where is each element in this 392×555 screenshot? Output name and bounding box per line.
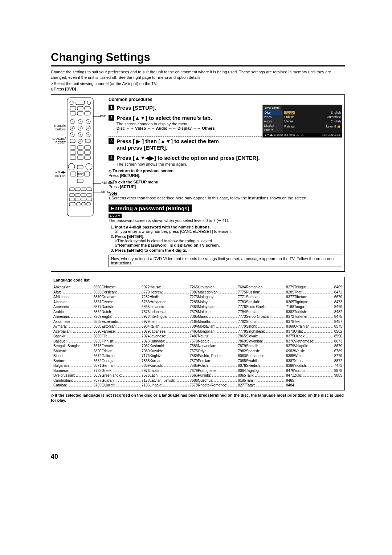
language-row: Chinese:9072 — [102, 285, 150, 290]
osd-tab-item: Others — [264, 128, 282, 132]
language-row: Kazakh:7575 — [150, 349, 198, 354]
language-row: Punjabi:8065 — [198, 373, 246, 378]
page-number: 40 — [51, 453, 58, 461]
language-row: Bulgarian:6671 — [53, 363, 102, 368]
step-text-1: Press [SETUP]. — [117, 105, 156, 111]
osd-left-col: DiscVideoAudioDisplayOthers — [263, 110, 283, 133]
diamond1-hdr: To return to the previous screen — [109, 169, 173, 173]
label-arrows: ▲▼◀▶ ENTER — [51, 170, 66, 178]
svg-rect-5 — [77, 106, 83, 110]
language-row: Byelorussian:6669 — [53, 373, 102, 378]
language-column: Telugu:8469Thai:8472Tibetan:6679Tigrinya… — [294, 285, 342, 388]
svg-rect-53 — [81, 188, 86, 191]
step-num-1: 1 — [109, 105, 114, 110]
language-row: Kashmiri:7583 — [150, 344, 198, 349]
language-row: Hausa:7265 — [150, 285, 198, 290]
svg-rect-58 — [81, 194, 86, 197]
language-row: Frisian:7089 — [102, 349, 150, 354]
note-body: Screens other than those described here … — [109, 195, 342, 201]
language-row: Romanian:8279 — [246, 285, 294, 290]
language-column: Chinese:9072Corsican:6779Croatian:7282Cz… — [102, 285, 150, 388]
language-row: Bashkir:6665 — [53, 334, 102, 339]
svg-rect-40 — [77, 156, 83, 159]
language-column: Hausa:7265Hebrew:7387Hindi:7273Hungarian… — [150, 285, 198, 388]
svg-rect-6 — [85, 106, 90, 110]
language-row: Azerbaijani:6590 — [53, 329, 102, 334]
language-row: Catalan:6765 — [53, 383, 102, 388]
svg-rect-7 — [70, 112, 76, 115]
osd-right-col: AudioEnglishSubtitleAutomaticMenusEnglis… — [283, 110, 342, 133]
language-row: Burmese:7789 — [53, 368, 102, 373]
pw-step-3: Press [ENTER] to confirm the 4 digits. — [115, 248, 342, 252]
language-row: Malay:7783 — [198, 300, 246, 305]
language-row: Scots Gaelic:7168 — [246, 304, 294, 309]
language-row: Mongolian:7778 — [198, 329, 246, 334]
language-row: Sindhi:8368 — [246, 324, 294, 329]
language-row: Basque:6985 — [53, 339, 102, 344]
language-row: Tajik:8471 — [246, 373, 294, 378]
svg-rect-61 — [75, 198, 80, 201]
svg-rect-56 — [69, 194, 74, 197]
language-row: Malagasy:7771 — [198, 295, 246, 300]
svg-point-1 — [70, 101, 73, 105]
language-row: Assamese:6583 — [53, 319, 102, 324]
svg-rect-41 — [85, 156, 90, 159]
language-code-box: Language code list Abkhazian:6566Afar:65… — [51, 277, 345, 390]
step4-sub: The screen now shows the menu again. — [117, 162, 342, 166]
language-row: Oriya:7982 — [198, 349, 246, 354]
svg-rect-66 — [82, 202, 85, 206]
osd-tab-item: Display — [264, 123, 282, 128]
svg-text:4: 4 — [72, 127, 73, 129]
common-procedures-header: Common procedures — [109, 97, 342, 103]
language-row: Aymara:6588 — [53, 324, 102, 329]
svg-rect-37 — [77, 151, 83, 154]
language-row: Lingala:7678 — [150, 383, 198, 388]
step-num-4: 4 — [109, 155, 114, 161]
language-row: Quechua:8185 — [198, 378, 246, 383]
step-text-3: Press [ ▶ ] then [▲▼] to select the item… — [117, 138, 225, 151]
language-row: Portuguese:8084 — [198, 368, 246, 373]
language-row: Samoan:8377 — [246, 295, 294, 300]
language-row: Esperanto:6979 — [102, 319, 150, 324]
language-row: Yiddish:7473 — [294, 363, 342, 368]
language-row: Xhosa:8872 — [294, 358, 342, 364]
svg-rect-45 — [77, 165, 83, 169]
language-row: Slovenian:8376 — [246, 339, 294, 344]
language-row: Marathi:7782 — [198, 319, 246, 324]
svg-rect-22 — [85, 139, 90, 143]
language-row: Somali:8379 — [246, 344, 294, 349]
language-row: Kirghiz:7589 — [150, 353, 198, 358]
language-row: Turkmen:8475 — [294, 314, 342, 319]
language-row: Tibetan:6679 — [294, 295, 342, 300]
language-row: Nepali:7869 — [198, 339, 246, 344]
language-row: Thai:8472 — [294, 290, 342, 295]
language-row: Persian:7065 — [198, 358, 246, 364]
language-row: Gujarati:7185 — [102, 383, 150, 388]
remote-column: 123 456 789 0 — [53, 97, 106, 267]
diamond2-hdr: To exit the SETUP menu — [109, 180, 158, 184]
procedure-box: 123 456 789 0 — [51, 94, 345, 272]
language-row: Italian:7384 — [150, 324, 198, 329]
language-row: Indonesian:7378 — [150, 309, 198, 315]
language-row: Czech:6783 — [102, 300, 150, 305]
svg-text:5: 5 — [79, 127, 81, 129]
language-row: Tigrinya:8473 — [294, 300, 342, 305]
diamond2-body: Press [SETUP]. — [109, 185, 137, 189]
language-row: Greenlandic:7576 — [102, 373, 150, 378]
language-row: Twi:8487 — [294, 319, 342, 324]
svg-point-2 — [87, 101, 91, 105]
language-row: Sundanese:8385 — [246, 353, 294, 358]
svg-rect-65 — [77, 202, 80, 206]
language-row: Estonian:6984 — [102, 324, 150, 329]
svg-text:6: 6 — [87, 127, 89, 129]
svg-text:7: 7 — [72, 134, 73, 136]
language-row: Latvian, Lettish:7686 — [150, 378, 198, 383]
language-row: French:7082 — [102, 344, 150, 349]
language-row: Hebrew:7387 — [150, 290, 198, 295]
osd-row: RatingsLevel 8 🔒 — [284, 124, 341, 129]
language-row: Korean:7579 — [150, 358, 198, 364]
osd-tab-item: Video — [264, 115, 282, 119]
language-row: Tonga:8479 — [294, 304, 342, 309]
osd-mock: DVD Setup DiscVideoAudioDisplayOthers Au… — [262, 105, 342, 138]
pw-step-2: Press [ENTER]. ≥The lock symbol is close… — [115, 234, 342, 247]
